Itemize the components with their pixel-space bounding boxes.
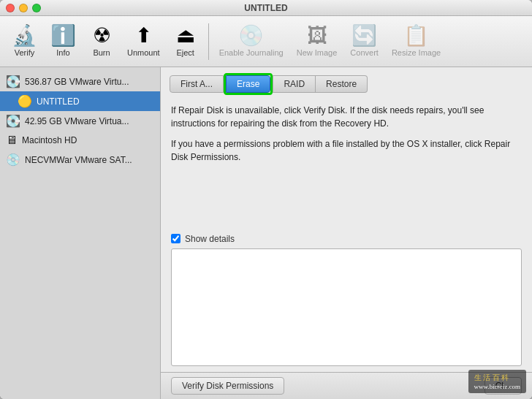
sidebar: 💽 536.87 GB VMware Virtu... 🟡 UNTITLED 💽… — [0, 67, 161, 399]
untitled-label: UNTITLED — [37, 96, 80, 107]
erase-tab-highlight: Erase — [224, 73, 273, 95]
sidebar-item-macintosh[interactable]: 🖥 Macintosh HD — [0, 131, 160, 150]
show-details-label: Show details — [185, 234, 235, 244]
toolbar-enable-journaling[interactable]: 💿 Enable Journaling — [213, 23, 289, 60]
window-title: UNTITLED — [244, 3, 287, 13]
verify-label: Verify — [15, 48, 35, 57]
show-details-checkbox[interactable] — [171, 234, 180, 243]
toolbar-eject[interactable]: ⏏ Eject — [167, 23, 204, 60]
tab-restore[interactable]: Restore — [316, 75, 368, 93]
eject-label: Eject — [176, 48, 194, 57]
verify-icon: 🔬 — [12, 26, 37, 46]
main-area: 💽 536.87 GB VMware Virtu... 🟡 UNTITLED 💽… — [0, 67, 532, 399]
watermark-line2: www.bimeiz.com — [474, 383, 520, 390]
burn-icon: ☢ — [93, 26, 111, 46]
maximize-button[interactable] — [32, 4, 41, 12]
journaling-label: Enable Journaling — [219, 48, 284, 57]
tab-raid[interactable]: RAID — [273, 75, 316, 93]
necvmware-label: NECVMWar VMware SAT... — [25, 155, 132, 165]
watermark-line1: 生 活 百 科 — [474, 373, 520, 383]
journaling-icon: 💿 — [238, 26, 264, 46]
sidebar-item-vmware2[interactable]: 💽 42.95 GB VMware Virtua... — [0, 111, 160, 131]
sidebar-item-vmware1[interactable]: 💽 536.87 GB VMware Virtu... — [0, 72, 160, 91]
tab-first-aid[interactable]: First A... — [170, 75, 224, 93]
necvmware-icon: 💿 — [6, 153, 20, 167]
log-area — [171, 248, 522, 367]
convert-icon: 🔄 — [352, 26, 377, 46]
close-button[interactable] — [6, 4, 15, 12]
content-body: If Repair Disk is unavailable, click Ver… — [161, 95, 532, 229]
window-controls[interactable] — [6, 4, 41, 12]
new-image-icon: 🖼 — [307, 26, 327, 46]
toolbar-burn[interactable]: ☢ Burn — [83, 23, 120, 60]
paragraph-2: If you have a permissions problem with a… — [171, 137, 522, 164]
macintosh-icon: 🖥 — [6, 134, 18, 147]
titlebar: UNTITLED — [0, 0, 532, 16]
content-panel: First A... Erase RAID Restore If Repair … — [161, 67, 532, 399]
vmware1-icon: 💽 — [6, 75, 20, 88]
toolbar: 🔬 Verify ℹ️ Info ☢ Burn ⬆ Unmount ⏏ Ejec… — [0, 16, 532, 67]
toolbar-resize-image[interactable]: 📋 Resize Image — [386, 23, 446, 60]
content-area: If Repair Disk is unavailable, click Ver… — [161, 95, 532, 372]
vmware2-icon: 💽 — [6, 114, 20, 128]
info-icon: ℹ️ — [50, 26, 76, 46]
toolbar-unmount[interactable]: ⬆ Unmount — [121, 23, 166, 60]
new-image-label: New Image — [297, 48, 338, 57]
show-details-row: Show details — [161, 229, 532, 248]
sidebar-item-untitled[interactable]: 🟡 UNTITLED — [0, 91, 160, 111]
paragraph-1: If Repair Disk is unavailable, click Ver… — [171, 104, 522, 130]
toolbar-verify[interactable]: 🔬 Verify — [6, 23, 43, 60]
toolbar-separator — [208, 23, 209, 60]
convert-label: Convert — [350, 48, 379, 57]
burn-label: Burn — [93, 48, 110, 57]
info-label: Info — [56, 48, 69, 57]
toolbar-new-image[interactable]: 🖼 New Image — [291, 23, 343, 60]
watermark: 生 活 百 科 www.bimeiz.com — [468, 370, 526, 393]
tab-erase[interactable]: Erase — [226, 75, 270, 93]
resize-image-label: Resize Image — [392, 48, 441, 57]
vmware1-label: 536.87 GB VMware Virtu... — [25, 77, 129, 87]
unmount-icon: ⬆ — [135, 26, 152, 46]
eject-icon: ⏏ — [176, 26, 195, 46]
toolbar-info[interactable]: ℹ️ Info — [45, 23, 82, 60]
resize-image-icon: 📋 — [403, 26, 429, 46]
minimize-button[interactable] — [19, 4, 28, 12]
verify-disk-permissions-button[interactable]: Verify Disk Permissions — [171, 377, 284, 395]
vmware2-label: 42.95 GB VMware Virtua... — [25, 116, 129, 126]
toolbar-convert[interactable]: 🔄 Convert — [344, 23, 384, 60]
unmount-label: Unmount — [127, 48, 160, 57]
sidebar-item-necvmware[interactable]: 💿 NECVMWar VMware SAT... — [0, 150, 160, 170]
untitled-icon: 🟡 — [18, 94, 32, 108]
tabs-row: First A... Erase RAID Restore — [161, 67, 532, 95]
macintosh-label: Macintosh HD — [22, 135, 77, 145]
